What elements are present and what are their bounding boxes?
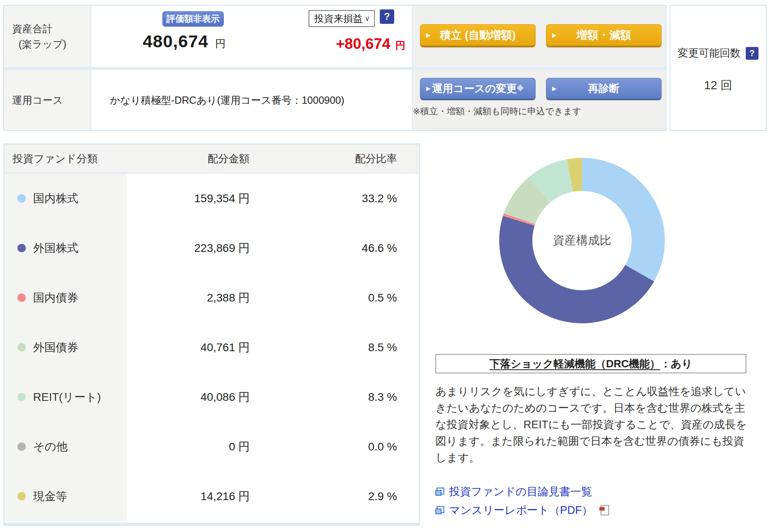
arrow-right-icon: ▶ xyxy=(426,85,431,92)
table-row: 国内株式 159,354 円 33.2 % xyxy=(4,174,419,223)
rediagnose-button-label: 再診断 xyxy=(588,82,620,96)
asset-color-dot xyxy=(17,442,26,451)
course-change-note-mark: ※ xyxy=(517,84,524,93)
profit-help-icon[interactable]: ? xyxy=(380,9,394,24)
asset-category-cell: 国内株式 xyxy=(4,174,127,223)
course-content-cell: かなり積極型-DRCあり(運用コース番号：1000900) xyxy=(91,70,412,130)
asset-category-label: 外国株式 xyxy=(33,241,78,256)
table-row: 現金等 14,216 円 2.9 % xyxy=(4,471,419,521)
course-description: あまりリスクを気にしすぎずに、とことん収益性を追求していきたいあなたのためのコー… xyxy=(435,383,753,466)
profit-amount-unit: 円 xyxy=(395,40,406,51)
asset-ratio-cell: 8.5 % xyxy=(250,341,419,354)
asset-ratio-cell: 2.9 % xyxy=(250,490,419,503)
asset-color-dot xyxy=(17,293,26,302)
asset-total-label: 資産合計 xyxy=(12,21,90,36)
asset-amount-cell: 40,086 円 xyxy=(127,390,250,405)
asset-category-cell: 外国債券 xyxy=(4,323,127,372)
asset-category-label: 国内株式 xyxy=(33,191,78,206)
monthly-report-link-label: マンスリーレポート（PDF） xyxy=(449,503,593,517)
profit-period-selected: 投資来損益 xyxy=(314,12,363,25)
course-change-button[interactable]: ▶ 運用コースの変更※ xyxy=(420,78,536,100)
asset-actions-cell: ▶ 積立 (自動増額) ▶ 増額・減額 xyxy=(413,6,666,67)
asset-category-cell: REIT(リート) xyxy=(4,372,127,422)
arrow-right-icon: ▶ xyxy=(552,85,557,92)
external-window-icon xyxy=(435,488,444,496)
column-header-amount: 配分金額 xyxy=(127,152,250,166)
table-row: 外国株式 223,869 円 46.6 % xyxy=(4,223,419,273)
course-label: 運用コース xyxy=(12,92,90,108)
asset-color-dot xyxy=(17,492,26,501)
hide-valuation-button[interactable]: 評価額非表示 xyxy=(162,11,224,27)
course-actions-cell: ▶ 運用コースの変更※ ▶ 再診断 ※積立・増額・減額も同時に申込できます xyxy=(413,70,666,130)
external-window-icon xyxy=(435,506,444,514)
asset-color-dot xyxy=(17,343,26,352)
asset-total-sublabel: (楽ラップ) xyxy=(12,36,90,52)
accumulate-button[interactable]: ▶ 積立 (自動増額) xyxy=(420,24,536,47)
asset-total-content-cell: 評価額非表示 480,674 円 投資来損益 ∨ ? +80,674 円 xyxy=(91,6,412,67)
asset-category-cell: 現金等 xyxy=(4,471,127,521)
asset-category-label: 国内債券 xyxy=(33,290,78,306)
asset-category-label: その他 xyxy=(33,439,67,455)
asset-category-label: 現金等 xyxy=(33,489,67,504)
asset-ratio-cell: 0.5 % xyxy=(250,291,419,304)
asset-amount-cell: 2,388 円 xyxy=(127,290,250,306)
allocation-table-header: 投資ファンド分類 配分金額 配分比率 xyxy=(4,145,419,174)
asset-color-dot xyxy=(17,393,26,401)
asset-category-cell: 国内債券 xyxy=(4,273,127,323)
total-amount-value: 480,674 xyxy=(143,31,208,51)
asset-ratio-cell: 46.6 % xyxy=(250,242,419,255)
course-change-button-label: 運用コースの変更 xyxy=(432,82,517,96)
asset-ratio-cell: 8.3 % xyxy=(250,391,419,404)
drc-feature-status: ：あり xyxy=(660,357,692,371)
column-header-ratio: 配分比率 xyxy=(250,152,419,166)
asset-color-dot xyxy=(17,194,26,203)
asset-ratio-cell: 33.2 % xyxy=(250,192,419,205)
table-row: REIT(リート) 40,086 円 8.3 % xyxy=(4,372,419,422)
monthly-report-link[interactable]: マンスリーレポート（PDF） xyxy=(435,503,609,517)
asset-amount-cell: 223,869 円 xyxy=(127,241,250,256)
pdf-icon xyxy=(601,505,609,515)
asset-category-cell: 外国株式 xyxy=(4,223,127,273)
table-row: その他 0 円 0.0 % xyxy=(4,422,419,471)
prospectus-link[interactable]: 投資ファンドの目論見書一覧 xyxy=(435,484,592,499)
table-row: 外国債券 40,761 円 8.5 % xyxy=(4,323,419,372)
total-asset-amount: 480,674 円 xyxy=(111,31,257,51)
asset-total-label-cell: 資産合計 (楽ラップ) xyxy=(4,6,90,67)
change-count-value: 12 回 xyxy=(670,77,766,94)
rediagnose-button[interactable]: ▶ 再診断 xyxy=(546,78,662,100)
drc-feature-box: 下落ショック軽減機能（DRC機能）：あり xyxy=(435,354,746,373)
increase-decrease-button[interactable]: ▶ 増額・減額 xyxy=(546,24,662,47)
course-label-cell: 運用コース xyxy=(4,70,90,130)
table-row: 国内債券 2,388 円 0.5 % xyxy=(4,273,419,323)
change-count-help-icon[interactable]: ? xyxy=(746,47,758,60)
asset-category-label: 外国債券 xyxy=(33,340,78,355)
profit-amount-value: +80,674 xyxy=(336,36,391,52)
arrow-right-icon: ▶ xyxy=(552,32,557,38)
profit-period-select[interactable]: 投資来損益 ∨ xyxy=(309,10,375,27)
accumulate-button-label: 積立 (自動増額) xyxy=(440,28,515,42)
arrow-right-icon: ▶ xyxy=(426,32,431,38)
change-count-label: 変更可能回数 xyxy=(678,46,741,60)
change-count-panel: 変更可能回数 ? 12 回 xyxy=(670,5,767,131)
asset-amount-cell: 40,761 円 xyxy=(127,340,250,355)
increase-decrease-button-label: 増額・減額 xyxy=(577,28,631,42)
total-amount-unit: 円 xyxy=(215,38,225,50)
column-header-category: 投資ファンド分類 xyxy=(4,152,127,166)
course-value: かなり積極型-DRCあり(運用コース番号：1000900) xyxy=(110,93,345,107)
apply-note: ※積立・増額・減額も同時に申込できます xyxy=(413,105,582,117)
chevron-down-icon: ∨ xyxy=(365,14,370,23)
asset-amount-cell: 159,354 円 xyxy=(127,191,250,206)
asset-ratio-cell: 0.0 % xyxy=(250,440,419,453)
asset-category-label: REIT(リート) xyxy=(33,390,101,405)
profit-amount-group: +80,674 円 xyxy=(336,36,406,52)
asset-color-dot xyxy=(17,244,26,252)
donut-center-label: 資産構成比 xyxy=(553,232,611,249)
asset-category-cell: その他 xyxy=(4,422,127,471)
allocation-table-body: 国内株式 159,354 円 33.2 % 外国株式 223,869 円 46.… xyxy=(4,174,419,521)
drc-feature-title: 下落ショック軽減機能（DRC機能） xyxy=(490,357,660,371)
donut-center: 資産構成比 xyxy=(532,191,632,290)
allocation-table-panel: 投資ファンド分類 配分金額 配分比率 国内株式 159,354 円 33.2 %… xyxy=(3,143,420,526)
asset-summary-panel: 資産合計 (楽ラップ) 評価額非表示 480,674 円 投資来損益 ∨ ? +… xyxy=(3,5,666,131)
prospectus-link-label: 投資ファンドの目論見書一覧 xyxy=(449,484,592,499)
asset-amount-cell: 0 円 xyxy=(127,439,250,455)
